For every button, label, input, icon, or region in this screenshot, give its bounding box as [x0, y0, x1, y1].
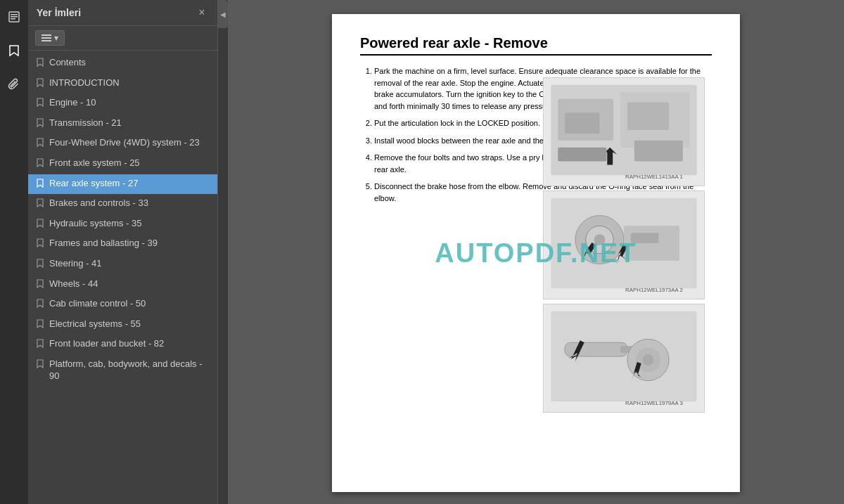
svg-point-21: [594, 234, 606, 245]
page-toolbar-icon[interactable]: [4, 7, 24, 27]
bookmark-icon-engine: [37, 98, 44, 110]
panel-header: Yer İmleri ×: [28, 0, 217, 26]
bookmark-icon-transmission: [37, 118, 44, 131]
svg-rect-11: [565, 112, 599, 134]
bookmark-label-frames: Frames and ballasting - 39: [49, 238, 210, 250]
panel-toolbar: ▾: [28, 26, 217, 51]
bookmark-item-electrical[interactable]: Electrical systems - 55: [28, 315, 217, 335]
images-column: RAPH12WEL1413AA 1 RAPH12WEL1973AA 2: [543, 77, 712, 413]
bookmark-label-contents: Contents: [49, 57, 210, 69]
bookmark-item-rear-axle[interactable]: Rear axle system - 27: [28, 174, 217, 195]
svg-rect-14: [558, 148, 606, 162]
collapse-handle[interactable]: ◀: [218, 0, 228, 28]
bookmark-icon-electrical: [37, 319, 44, 332]
panel-title: Yer İmleri: [37, 7, 81, 18]
main-content: AUTOPDF.NET Powered rear axle - Remove P…: [228, 0, 844, 504]
bookmark-icon-platform: [37, 359, 44, 372]
bookmark-label-transmission: Transmission - 21: [49, 117, 210, 129]
bookmark-item-frames[interactable]: Frames and ballasting - 39: [28, 234, 217, 254]
bookmark-label-hydraulic: Hydraulic systems - 35: [49, 218, 210, 230]
svg-rect-2: [11, 16, 18, 18]
bookmark-icon-hydraulic: [37, 219, 44, 231]
bookmark-label-front-loader: Front loader and bucket - 82: [49, 338, 210, 350]
svg-rect-23: [631, 233, 658, 243]
bookmark-item-steering[interactable]: Steering - 41: [28, 254, 217, 275]
bookmark-icon-steering: [37, 259, 44, 271]
svg-rect-15: [634, 141, 683, 162]
bookmark-label-brakes: Brakes and controls - 33: [49, 198, 210, 209]
bookmark-icon-contents: [37, 58, 44, 70]
bookmark-item-contents[interactable]: Contents: [28, 53, 217, 74]
svg-rect-4: [41, 34, 51, 36]
bookmark-item-transmission[interactable]: Transmission - 21: [28, 114, 217, 134]
doc-image-1: RAPH12WEL1413AA 1: [543, 77, 705, 186]
panel-toolbar-button[interactable]: ▾: [35, 30, 65, 46]
bookmark-item-introduction[interactable]: INTRODUCTION: [28, 74, 217, 94]
toolbar-dropdown-arrow: ▾: [54, 33, 58, 43]
attachment-toolbar-icon[interactable]: [4, 75, 24, 94]
bookmark-icon-wheels: [37, 279, 44, 292]
bookmark-label-steering: Steering - 41: [49, 258, 210, 270]
svg-rect-6: [41, 40, 51, 41]
bookmark-item-front-loader[interactable]: Front loader and bucket - 82: [28, 335, 217, 355]
bookmark-item-engine[interactable]: Engine - 10: [28, 93, 217, 114]
bookmark-label-engine: Engine - 10: [49, 97, 210, 109]
page-container: AUTOPDF.NET Powered rear axle - Remove P…: [332, 14, 740, 492]
bookmark-toolbar-icon[interactable]: [4, 41, 24, 60]
svg-rect-5: [41, 37, 51, 39]
svg-rect-12: [627, 103, 669, 130]
bookmarks-list: Contents INTRODUCTION Engine - 10 Tran: [28, 51, 217, 504]
bookmark-label-four-wheel-drive: Four-Wheel Drive (4WD) system - 23: [49, 137, 210, 149]
panel-close-button[interactable]: ×: [195, 6, 209, 20]
svg-rect-1: [11, 14, 18, 15]
bookmark-item-four-wheel-drive[interactable]: Four-Wheel Drive (4WD) system - 23: [28, 134, 217, 154]
bookmark-icon-brakes: [37, 198, 44, 211]
bookmark-icon-four-wheel-drive: [37, 138, 44, 150]
bookmark-item-cab-climate[interactable]: Cab climate control - 50: [28, 295, 217, 315]
bookmark-icon-front-loader: [37, 339, 44, 351]
bookmark-item-hydraulic[interactable]: Hydraulic systems - 35: [28, 214, 217, 235]
bookmark-item-brakes[interactable]: Brakes and controls - 33: [28, 194, 217, 214]
bookmark-label-wheels: Wheels - 44: [49, 278, 210, 290]
bookmark-label-cab-climate: Cab climate control - 50: [49, 298, 210, 310]
bookmark-label-electrical: Electrical systems - 55: [49, 318, 210, 330]
doc-image-2: RAPH12WEL1973AA 2: [543, 190, 705, 299]
bookmark-label-introduction: INTRODUCTION: [49, 77, 210, 89]
bookmark-item-front-axle[interactable]: Front axle system - 25: [28, 154, 217, 174]
doc-image-3: RAPH12WEL1979AA 3: [543, 304, 705, 413]
bookmark-icon-front-axle: [37, 158, 44, 171]
svg-point-33: [643, 354, 654, 366]
document-content: Powered rear axle - Remove Park the mach…: [360, 35, 712, 211]
left-toolbar: [0, 0, 28, 504]
bookmark-icon-frames: [37, 238, 44, 251]
svg-rect-3: [11, 18, 15, 20]
svg-text:RAPH12WEL1413AA  1: RAPH12WEL1413AA 1: [625, 174, 683, 180]
svg-text:RAPH12WEL1979AA  3: RAPH12WEL1979AA 3: [625, 400, 683, 406]
svg-text:RAPH12WEL1973AA  2: RAPH12WEL1973AA 2: [625, 287, 683, 293]
bookmarks-panel: Yer İmleri × ▾ Contents: [28, 0, 218, 504]
bookmark-icon-introduction: [37, 78, 44, 91]
bookmark-label-front-axle: Front axle system - 25: [49, 157, 210, 169]
bookmark-item-wheels[interactable]: Wheels - 44: [28, 275, 217, 295]
bookmark-label-platform: Platform, cab, bodywork, and decals - 90: [49, 358, 210, 382]
bookmark-icon-rear-axle: [37, 179, 44, 191]
bookmark-item-platform[interactable]: Platform, cab, bodywork, and decals - 90: [28, 355, 217, 386]
bookmark-label-rear-axle: Rear axle system - 27: [49, 178, 210, 190]
two-col-layout: Powered rear axle - Remove Park the mach…: [360, 35, 712, 211]
bookmark-icon-cab-climate: [37, 299, 44, 311]
doc-title: Powered rear axle - Remove: [360, 35, 712, 56]
